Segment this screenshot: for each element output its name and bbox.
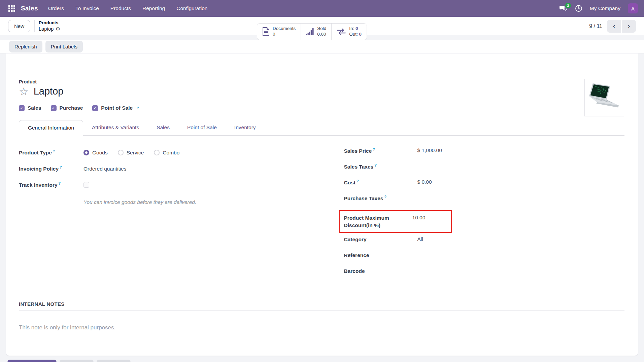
- sale-options-row: ✓ Sales ✓ Purchase ✓ Point of Sale ?: [19, 105, 624, 111]
- gear-icon[interactable]: ⚙: [56, 26, 60, 32]
- sales-taxes-label: Sales Taxes: [344, 164, 374, 170]
- product-image[interactable]: [584, 79, 624, 116]
- checkbox-checked-icon: ✓: [51, 105, 57, 111]
- radio-combo[interactable]: Combo: [154, 150, 179, 156]
- user-avatar[interactable]: A: [628, 3, 638, 13]
- chatter-toolbar: [0, 356, 644, 362]
- tab-general-information[interactable]: General Information: [19, 120, 83, 136]
- invoicing-policy-value[interactable]: Ordered quantities: [83, 166, 127, 172]
- product-form-sheet: Product ☆ Laptop ✓ Sales ✓ Purchase ✓ Po…: [6, 53, 638, 356]
- radio-icon: [154, 150, 160, 155]
- activities-button[interactable]: [97, 360, 131, 362]
- sales-checkbox[interactable]: ✓ Sales: [19, 105, 41, 111]
- sales-price-value[interactable]: $ 1,000.00: [417, 147, 442, 153]
- favorite-star-icon[interactable]: ☆: [19, 86, 29, 97]
- product-type-radio-group: Goods Service Combo: [83, 150, 179, 156]
- product-maximum-discount-value[interactable]: 10.00: [412, 214, 426, 221]
- help-icon[interactable]: ?: [137, 106, 139, 110]
- track-inventory-checkbox[interactable]: [83, 182, 89, 188]
- cost-label: Cost: [344, 180, 355, 185]
- help-icon[interactable]: ?: [374, 163, 377, 167]
- checkbox-checked-icon: ✓: [92, 105, 98, 111]
- tab-inventory[interactable]: Inventory: [226, 120, 265, 136]
- apps-grid-icon[interactable]: [6, 3, 18, 14]
- tab-point-of-sale[interactable]: Point of Sale: [178, 120, 226, 136]
- send-message-button[interactable]: [7, 360, 57, 362]
- chevron-left-icon: ‹: [613, 22, 615, 30]
- help-icon[interactable]: ?: [357, 179, 359, 183]
- breadcrumb: Products Laptop ⚙: [34, 20, 60, 32]
- help-icon[interactable]: ?: [59, 181, 61, 185]
- product-maximum-discount-label: Product Maximum Discount(in %): [344, 214, 412, 229]
- menu-orders[interactable]: Orders: [48, 5, 64, 11]
- purchase-taxes-label: Purchase Taxes: [344, 195, 383, 201]
- form-right-column: Sales Price? $ 1,000.00 Sales Taxes? Cos…: [304, 146, 624, 298]
- pager-previous-button[interactable]: ‹: [607, 20, 621, 33]
- product-title[interactable]: Laptop: [34, 86, 64, 97]
- app-name[interactable]: Sales: [21, 5, 38, 12]
- company-switcher[interactable]: My Company: [590, 5, 620, 11]
- internal-notes-input[interactable]: This note is only for internal purposes.: [19, 324, 624, 331]
- cost-value[interactable]: $ 0.00: [417, 179, 432, 185]
- log-note-button[interactable]: [60, 360, 94, 362]
- messages-icon[interactable]: 3: [560, 5, 568, 12]
- menu-to-invoice[interactable]: To Invoice: [75, 5, 99, 11]
- swap-arrows-icon: [337, 28, 346, 35]
- invoicing-policy-label: Invoicing Policy: [19, 166, 59, 172]
- radio-goods[interactable]: Goods: [83, 150, 108, 156]
- form-left-column: Product Type? Goods Service Combo: [19, 146, 304, 298]
- print-labels-button[interactable]: Print Labels: [45, 41, 83, 52]
- stat-in-out-button[interactable]: In: 0 Out: 0: [331, 24, 367, 40]
- product-type-label: Product Type: [19, 150, 52, 156]
- radio-service[interactable]: Service: [118, 150, 144, 156]
- category-value[interactable]: All: [417, 236, 423, 242]
- help-icon[interactable]: ?: [53, 149, 55, 153]
- stat-sold-value: 0.00: [317, 32, 326, 37]
- record-pager: 9 / 11 ‹ ›: [589, 20, 636, 33]
- tab-sales[interactable]: Sales: [148, 120, 178, 136]
- reference-label: Reference: [344, 252, 417, 259]
- point-of-sale-checkbox[interactable]: ✓ Point of Sale ?: [92, 105, 139, 111]
- stat-out-label: Out:: [349, 32, 358, 37]
- help-icon[interactable]: ?: [384, 195, 386, 199]
- stat-documents-value: 0: [273, 32, 296, 37]
- menu-products[interactable]: Products: [110, 5, 131, 11]
- stat-sold-button[interactable]: Sold 0.00: [301, 24, 331, 40]
- pager-next-button[interactable]: ›: [622, 20, 636, 33]
- top-navbar: Sales Orders To Invoice Products Reporti…: [0, 0, 644, 17]
- purchase-checkbox[interactable]: ✓ Purchase: [51, 105, 83, 111]
- menu-configuration[interactable]: Configuration: [176, 5, 207, 11]
- breadcrumb-products[interactable]: Products: [39, 20, 60, 26]
- messages-badge: 3: [565, 3, 571, 8]
- sales-price-label: Sales Price: [344, 148, 372, 154]
- stat-button-group: Documents 0 Sold 0.00: [257, 23, 367, 40]
- checkbox-checked-icon: ✓: [19, 105, 25, 111]
- sheet-label: Product: [19, 79, 624, 84]
- replenish-button[interactable]: Replenish: [9, 41, 42, 52]
- stat-documents-label: Documents: [273, 26, 296, 32]
- help-icon[interactable]: ?: [60, 165, 62, 169]
- radio-icon: [118, 150, 124, 155]
- help-icon[interactable]: ?: [373, 147, 375, 151]
- chevron-right-icon: ›: [628, 22, 630, 30]
- tab-attributes-variants[interactable]: Attributes & Variants: [83, 120, 148, 136]
- track-inventory-label: Track Inventory: [19, 182, 58, 188]
- stat-in-value: 0: [355, 26, 358, 31]
- main-menu: Orders To Invoice Products Reporting Con…: [48, 5, 208, 11]
- control-panel: New Products Laptop ⚙ Documents 0: [0, 17, 644, 35]
- notebook-tabs: General Information Attributes & Variant…: [19, 120, 624, 136]
- activities-clock-icon[interactable]: [575, 5, 582, 12]
- menu-reporting[interactable]: Reporting: [142, 5, 165, 11]
- category-label: Category: [344, 236, 417, 243]
- stat-sold-label: Sold: [317, 26, 326, 32]
- laptop-image: [588, 82, 621, 113]
- invoicing-helper-note: You can invoice goods before they are de…: [83, 199, 304, 205]
- new-button[interactable]: New: [8, 20, 30, 32]
- highlighted-field-box: Product Maximum Discount(in %) 10.00: [339, 210, 452, 233]
- status-bar: Replenish Print Labels: [0, 40, 644, 53]
- bar-chart-icon: [306, 28, 314, 36]
- breadcrumb-current: Laptop: [39, 26, 54, 32]
- stat-in-label: In:: [349, 26, 354, 31]
- radio-selected-icon: [83, 150, 89, 155]
- stat-documents-button[interactable]: Documents 0: [257, 24, 301, 40]
